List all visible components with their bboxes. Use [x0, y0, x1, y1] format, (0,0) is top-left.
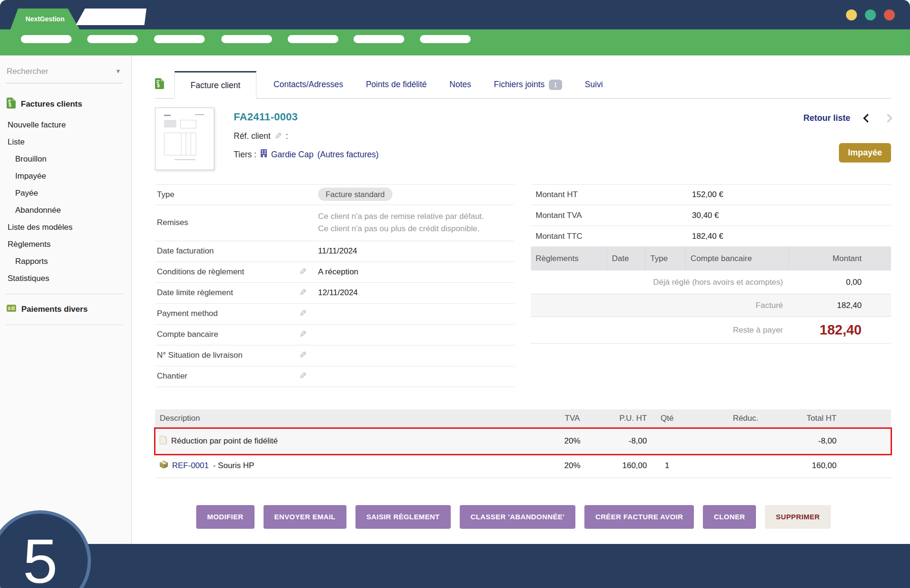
sidebar-section-paiements-divers[interactable]: $ Paiements divers	[7, 305, 123, 314]
sidebar-item-brouillon[interactable]: Brouillon	[15, 154, 123, 164]
search-input[interactable]	[7, 67, 106, 76]
tab-points-de-fidelite[interactable]: Points de fidélité	[366, 71, 427, 98]
amount-value: 152,00 €	[692, 190, 723, 199]
sidebar-item-impayee[interactable]: Impayée	[15, 172, 123, 181]
sidebar-item-reglements[interactable]: Règlements	[8, 240, 123, 249]
menu-pill-placeholder[interactable]	[288, 35, 338, 43]
field-row-compte-bancaire: Compte bancaire ✎	[155, 325, 514, 345]
menu-pill-placeholder[interactable]	[354, 35, 404, 43]
svg-text:$: $	[8, 306, 10, 311]
send-email-button[interactable]: ENVOYER EMAIL	[264, 505, 346, 529]
column-header: P.U. HT	[590, 414, 647, 423]
brand-label: NextGestion	[26, 15, 64, 23]
tab-contacts-adresses[interactable]: Contacts/Adresses	[273, 71, 343, 98]
enter-payment-button[interactable]: SAISIR RÈGLEMENT	[355, 505, 451, 529]
window-control-red[interactable]	[884, 9, 895, 20]
tiers-other-invoices-link[interactable]: (Autres factures)	[317, 150, 378, 160]
menu-pill-placeholder[interactable]	[420, 35, 471, 43]
amount-label: Montant TVA	[536, 211, 692, 220]
previous-record-icon[interactable]	[863, 114, 872, 122]
sidebar-item-statistiques[interactable]: Statistiques	[8, 274, 123, 283]
edit-pencil-icon[interactable]: ✎	[274, 132, 282, 141]
tab-facture-client[interactable]: Facture client	[174, 71, 256, 99]
edit-pencil-icon[interactable]: ✎	[299, 330, 307, 339]
line-row-product[interactable]: REF-0001 - Souris HP 20% 160,00 1 160,00	[155, 454, 891, 478]
tab-notes[interactable]: Notes	[449, 71, 471, 98]
invoice-icon: $	[155, 78, 164, 91]
line-tva: 20%	[555, 461, 590, 470]
remise-note-2: Ce client n'a pas ou plus de crédit disp…	[318, 223, 484, 235]
edit-pencil-icon[interactable]: ✎	[299, 288, 307, 297]
field-value: 11/11/2024	[318, 246, 357, 256]
line-total-ht: -8,00	[758, 436, 837, 446]
edit-pencil-icon[interactable]: ✎	[299, 371, 307, 380]
column-header: Compte bancaire	[686, 247, 789, 271]
ref-client-colon: :	[286, 131, 288, 141]
sidebar-item-liste[interactable]: Liste	[8, 137, 123, 147]
line-description: Réduction par point de fidélité	[171, 436, 278, 446]
invoice-preview-thumbnail[interactable]	[155, 108, 214, 170]
line-row-reduction[interactable]: Réduction par point de fidélité 20% -8,0…	[155, 428, 891, 454]
window-controls	[846, 9, 895, 20]
product-ref-link[interactable]: REF-0001	[172, 461, 209, 470]
sidebar: ▾ $ Factures clients Nouvelle facture Li…	[0, 55, 132, 544]
back-to-list-link[interactable]: Retour liste	[803, 113, 850, 123]
field-label: Type	[157, 190, 299, 199]
modify-button[interactable]: MODIFIER	[196, 505, 255, 529]
window-control-yellow[interactable]	[846, 9, 857, 20]
field-label: Remises	[157, 218, 299, 227]
create-credit-note-button[interactable]: CRÉER FACTURE AVOIR	[584, 505, 694, 529]
line-pu-ht: 160,00	[590, 461, 647, 470]
column-header: Description	[155, 414, 555, 423]
svg-text:$: $	[9, 102, 11, 108]
sidebar-divider	[6, 294, 123, 294]
main-content: $ Facture client Contacts/Adresses Point…	[132, 55, 910, 544]
column-header: Montant	[789, 247, 891, 271]
menu-pill-placeholder[interactable]	[87, 35, 138, 43]
column-header: Type	[646, 247, 686, 271]
step-number: 5	[23, 525, 57, 588]
tab-fichiers-joints[interactable]: Fichiers joints 1	[494, 71, 562, 98]
menu-pill-placeholder[interactable]	[221, 35, 272, 43]
already-paid-label: Déjà réglé (hors avoirs et acomptes)	[531, 278, 788, 287]
edit-pencil-icon[interactable]: ✎	[299, 309, 307, 318]
tab-bar: $ Facture client Contacts/Adresses Point…	[155, 71, 891, 99]
billed-row: Facturé 182,40	[531, 294, 891, 317]
sidebar-item-liste-des-modeles[interactable]: Liste des modèles	[8, 223, 123, 232]
field-row-type: Type Facture standard	[155, 184, 514, 205]
next-record-icon[interactable]	[883, 114, 892, 122]
remaining-label: Reste à payer	[531, 326, 788, 335]
line-tva: 20%	[555, 436, 590, 446]
field-label: Compte bancaire	[157, 330, 299, 339]
tab-suivi[interactable]: Suivi	[585, 71, 603, 98]
banner-right: Retour liste Impayée	[763, 108, 891, 170]
tiers-label: Tiers :	[234, 150, 256, 160]
edit-pencil-icon[interactable]: ✎	[299, 351, 307, 360]
blank-tab	[76, 9, 146, 25]
menu-pill-placeholder[interactable]	[154, 35, 205, 43]
window-titlebar: NextGestion	[0, 0, 910, 29]
clone-button[interactable]: CLONER	[703, 505, 756, 529]
window-control-teal[interactable]	[865, 9, 876, 20]
amount-row-ttc: Montant TTC 182,40 €	[531, 226, 891, 247]
top-menubar	[0, 29, 910, 55]
chevron-down-icon[interactable]: ▾	[116, 67, 120, 75]
action-bar: MODIFIER ENVOYER EMAIL SAISIR RÈGLEMENT …	[196, 505, 891, 529]
svg-text:$: $	[157, 83, 160, 88]
sidebar-section-factures-clients[interactable]: $ Factures clients	[7, 98, 123, 111]
amounts-panel: Montant HT 152,00 € Montant TVA 30,40 € …	[531, 184, 891, 387]
edit-pencil-icon[interactable]: ✎	[299, 267, 307, 276]
sidebar-item-payee[interactable]: Payée	[15, 189, 123, 198]
column-header: Total HT	[758, 414, 837, 423]
menu-pill-placeholder[interactable]	[21, 35, 72, 43]
classify-abandoned-button[interactable]: CLASSER 'ABANDONNÉE'	[460, 505, 575, 529]
already-paid-value: 0,00	[788, 278, 862, 287]
tiers-name-link[interactable]: Gardie Cap	[271, 150, 314, 160]
amount-label: Montant TTC	[536, 232, 692, 241]
delete-button[interactable]: SUPPRIMER	[765, 505, 831, 529]
field-row-date-limite: Date limite règlement ✎ 12/11/2024	[155, 283, 514, 304]
sidebar-item-abandonnee[interactable]: Abandonnée	[15, 206, 123, 215]
sidebar-item-nouvelle-facture[interactable]: Nouvelle facture	[8, 120, 123, 130]
invoice-identity: FA2411-0003 Réf. client ✎ : Tiers : Gard…	[234, 108, 379, 170]
sidebar-item-rapports[interactable]: Rapports	[15, 257, 123, 266]
